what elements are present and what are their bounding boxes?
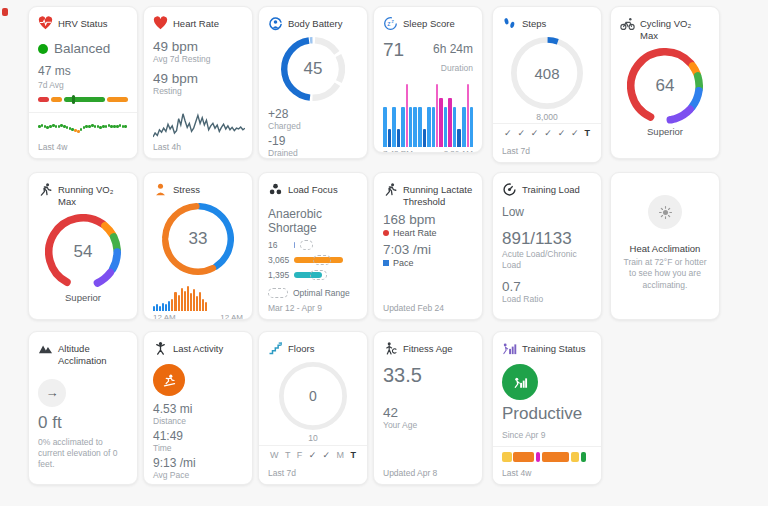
card-altitude-acclimation[interactable]: Altitude Acclimation → 0 ft 0% acclimate… [28,331,138,485]
card-title: Heart Rate [173,16,219,30]
arrow-right-icon: → [46,385,59,400]
steps-goal: 8,000 [502,112,592,122]
activity-distance-label: Distance [153,416,243,427]
card-sleep-score[interactable]: zzSleep Score 71 6h 24m Duration 7:42 PM… [373,6,483,153]
card-title: Floors [288,341,314,355]
activity-distance-value: 4.53 mi [153,402,243,416]
hrv-trend-chart [38,120,128,136]
treadmill-activity-badge [153,364,185,396]
card-title: Load Focus [288,182,338,196]
sleep-icon: zz [383,16,398,31]
load-ratio-label: Load Ratio [502,294,592,305]
card-title: Body Battery [288,16,342,30]
training-status-icon [502,341,517,356]
running-vo2-value: 54 [45,214,121,290]
bicycle-icon [620,16,635,31]
card-fitness-age[interactable]: Fitness Age 33.5 42 Your Age Updated Apr… [373,331,483,485]
hrv-7d-avg-label: 7d Avg [38,80,128,91]
drained-label: Drained [268,148,358,159]
training-status-value: Productive [502,404,592,424]
training-status-footer: Last 4w [493,446,601,484]
stairs-icon [268,341,283,356]
hr-avg-value: 49 bpm [153,39,243,54]
card-running-lactate-threshold[interactable]: Running Lactate Threshold 168 bpm Heart … [373,172,483,320]
body-battery-gauge: 45 [281,37,345,101]
card-load-focus[interactable]: Load Focus Anaerobic Shortage 163,0651,3… [258,172,368,320]
steps-footer: ✓✓✓✓✓✓T Last 7d [493,123,601,162]
card-title: Steps [522,16,546,30]
steps-value: 408 [511,37,583,109]
hr-footer-label: Last 4h [153,142,181,152]
load-focus-period: Mar 12 - Apr 9 [268,303,322,313]
hr-line-chart [153,105,243,145]
lactate-hr-label: Heart Rate [393,228,437,238]
charged-value: +28 [268,107,358,121]
fitness-age-icon [383,341,398,356]
card-steps[interactable]: Steps 408 8,000 ✓✓✓✓✓✓T Last 7d [492,6,602,163]
card-title: Running VO₂ Max [58,182,128,208]
card-title: Training Status [522,341,586,355]
footprints-icon [502,16,517,31]
card-training-load[interactable]: Training Load Low 891/1133 Acute Load/Ch… [492,172,602,320]
card-title: Fitness Age [403,341,453,355]
sun-badge [648,195,682,229]
card-title: Training Load [522,182,580,196]
sleep-duration-value: 6h 24m [433,42,473,56]
activity-pace-label: Avg Pace [153,470,243,481]
mountain-icon [38,341,53,356]
card-heart-rate[interactable]: Heart Rate 49 bpm Avg 7d Resting 49 bpm … [143,6,253,159]
your-age-label: Your Age [383,420,473,431]
card-floors[interactable]: Floors 0 10 WTF✓✓MT Last 7d [258,331,368,485]
productive-status-badge [502,364,538,400]
training-load-value: 891/1133 [502,229,592,249]
cycling-vo2-rating: Superior [620,126,710,137]
card-stress[interactable]: Stress 33 12 AM 12 AM [143,172,253,320]
cutoff-icon-fragment [2,8,8,16]
hrv-footer-label: Last 4w [38,142,67,152]
arrow-right-badge: → [38,379,66,407]
card-running-vo2max[interactable]: Running VO₂ Max 54 Superior [28,172,138,320]
sleep-score-value: 71 [383,39,404,75]
floors-ring: 0 [279,362,347,430]
card-last-activity[interactable]: Last Activity 4.53 mi Distance 41:49 Tim… [143,331,253,485]
load-ratio-value: 0.7 [502,279,592,294]
altitude-text: 0% acclimated to current elevation of 0 … [38,437,128,470]
cycling-vo2-value: 64 [627,48,703,124]
training-load-status: Low [502,205,592,219]
hrv-status-value: Balanced [54,41,110,56]
fitness-age-value: 33.5 [383,364,473,387]
steps-ring: 408 [511,37,583,109]
card-title: Altitude Acclimation [58,341,128,367]
heat-title: Heat Acclimation [620,243,710,254]
body-battery-value: 45 [281,37,345,101]
card-cycling-vo2max[interactable]: Cycling VO₂ Max 64 Superior [610,6,720,159]
training-load-icon [502,182,517,197]
training-load-value-label: Acute Load/Chronic Load [502,249,592,271]
hrv-heart-icon [38,16,53,31]
card-hrv-status[interactable]: HRV Status Balanced 47 ms 7d Avg Last 4w [28,6,138,159]
load-focus-headline: Anaerobic Shortage [268,207,358,235]
card-heat-acclimation[interactable]: Heat Acclimation Train at 72°F or hotter… [610,172,720,320]
sleep-duration-label: Duration [441,63,473,73]
floors-footer: WTF✓✓MT Last 7d [259,445,367,484]
lactate-hr-value: 168 bpm [383,212,473,227]
cycling-vo2-gauge: 64 [627,48,703,124]
card-training-status[interactable]: Training Status Productive Since Apr 9 L… [492,331,602,485]
hrv-7d-avg-value: 47 ms [38,64,128,78]
load-focus-rows: 163,0651,395 [268,240,358,280]
stress-value: 33 [162,203,234,275]
activity-person-icon [153,341,168,356]
treadmill-runner-icon [162,373,177,388]
sleep-bar-chart [383,81,473,147]
activity-time-value: 41:49 [153,429,243,443]
card-title: Last Activity [173,341,223,355]
drained-value: -19 [268,134,358,148]
hr-resting-value: 49 bpm [153,71,243,86]
balanced-status-dot [38,44,48,54]
activity-time-label: Time [153,443,243,454]
floors-goal: 10 [268,433,358,443]
training-status-since: Since Apr 9 [502,430,592,441]
card-title: Cycling VO₂ Max [640,16,710,42]
card-body-battery[interactable]: Body Battery 45 +28 Charged -19 Drained [258,6,368,159]
running-vo2-rating: Superior [38,292,128,303]
